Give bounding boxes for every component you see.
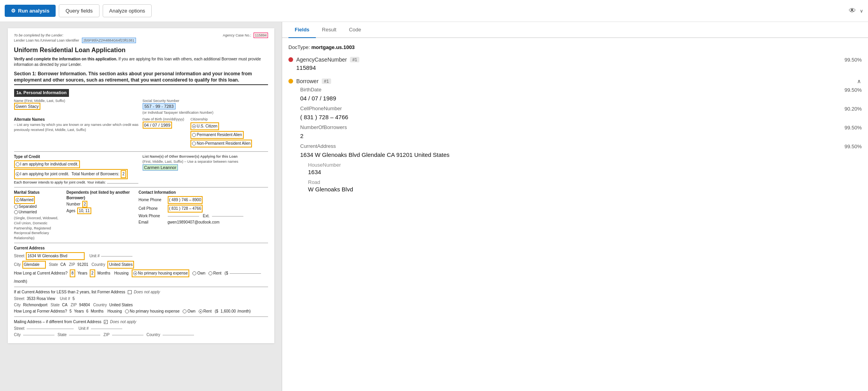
mailing-address-checkbox[interactable]: ✓ <box>104 320 108 324</box>
road-label: Road <box>308 179 862 185</box>
run-label: Run analysis <box>18 8 49 14</box>
borrower-expand-button[interactable]: ∧ <box>856 77 862 85</box>
subsection-1a: 1a. Personal Information <box>14 89 69 96</box>
run-icon: ⚙ <box>11 8 16 14</box>
agency-case-badge: #1 <box>350 57 359 62</box>
credit-radio-individual[interactable] <box>16 162 20 166</box>
doctype-value: mortgage.us.1003 <box>312 44 355 50</box>
sub-field-cell-phone: CellPhoneNumber 90.20% ( 831 ) 728 – 476… <box>296 105 862 120</box>
housing-radio-rent[interactable] <box>208 271 212 275</box>
marital-section: Marital Status Married Separated <box>14 190 268 240</box>
doctype-row: DocType: mortgage.us.1003 <box>288 44 862 50</box>
analyze-options-button[interactable]: Analyze options <box>103 4 152 17</box>
doc-divider-4 <box>14 287 268 287</box>
run-analysis-button[interactable]: ⚙ Run analysis <box>5 5 56 17</box>
road-value: W Glenoaks Blvd <box>308 186 862 193</box>
doc-title: Uniform Residential Loan Application <box>14 46 268 55</box>
former-housing-radio-own[interactable] <box>183 309 187 313</box>
section1-header: Section 1: Borrower Information. This se… <box>14 71 268 85</box>
current-address-value: 1634 W Glenoaks Blvd Glendale CA 91201 U… <box>300 151 862 158</box>
sub-field-num-borrowers: NumberOfBorrowers 99.50% 2 <box>296 124 862 139</box>
ssn-value: 557 - 99 - 7283 <box>143 103 176 109</box>
tab-result[interactable]: Result <box>316 22 343 38</box>
borrower-sub-fields: BirthDate 99.50% 04 / 07 / 1989 CellPhon… <box>288 87 862 193</box>
birthdate-value: 04 / 07 / 1989 <box>300 95 862 102</box>
doctype-label: DocType: <box>288 44 310 50</box>
former-address-section: If at Current Address for LESS than 2 ye… <box>14 289 268 314</box>
citizenship-radio-us[interactable] <box>192 124 196 128</box>
former-housing-radio-no-primary[interactable] <box>125 309 129 313</box>
main-content: To be completed by the Lender: Lender Lo… <box>0 22 868 391</box>
current-address-confidence: 99.50% <box>844 144 862 149</box>
former-address-checkbox[interactable] <box>128 290 132 294</box>
altnames-col: Alternate Names – List any names by whic… <box>14 117 140 132</box>
current-address-section: Current Address Street 1634 W Glenoaks B… <box>14 246 268 284</box>
tab-code[interactable]: Code <box>342 22 367 38</box>
agency-case-field-value: 115894 <box>296 64 862 71</box>
dependents-col: Dependents (not listed by another Borrow… <box>67 190 137 240</box>
dob-value: 04 / 07 / 1989 <box>143 122 172 129</box>
toolbar-icons: 👁 ∨ <box>849 7 863 15</box>
field-group-agency-case: AgencyCaseNumber #1 99.50% 115894 <box>288 56 862 71</box>
birthdate-confidence: 99.50% <box>844 87 862 93</box>
citizenship-col: Citizenship U.S. Citizen <box>190 117 252 147</box>
borrower-field-name: Borrower <box>296 78 319 84</box>
house-number-value: 1634 <box>308 169 862 175</box>
type-credit-label: Type of Credit <box>14 154 140 160</box>
cell-phone-value: ( 831 ) 728 – 4766 <box>300 114 862 120</box>
credit-borrowers-row: Type of Credit I am applying for individ… <box>14 154 268 185</box>
housing-radio-no-primary[interactable] <box>133 271 137 275</box>
marital-col: Marital Status Married Separated <box>14 190 65 240</box>
fields-panel: Fields Result Code DocType: mortgage.us.… <box>282 22 868 391</box>
joint-note: Each Borrower intends to apply for joint… <box>14 180 140 185</box>
marital-radio-unmarried[interactable] <box>14 210 18 214</box>
doc-verify: Verify and complete the information on t… <box>14 56 268 67</box>
contact-col: Contact Information Home Phone ( 489 ) 7… <box>139 190 268 240</box>
num-borrowers-value: 2 <box>300 133 862 139</box>
agency-case-header: Agency Case No.: 115894 <box>223 33 268 43</box>
housing-radio-own[interactable] <box>192 271 196 275</box>
name-col: Name (First, Middle, Last, Suffix) Gwen … <box>14 98 140 110</box>
num-borrowers-confidence: 99.50% <box>844 125 862 131</box>
fields-tabs: Fields Result Code <box>282 22 868 38</box>
doc-divider-1 <box>14 151 268 152</box>
mailing-address-section: Mailing Address – if different from Curr… <box>14 319 268 338</box>
lender-label: To be completed by the Lender: Lender Lo… <box>14 33 136 43</box>
lender-loan-value: 2b5F95fAZ2H4884G64f23fG381 <box>82 38 136 43</box>
borrower-dot <box>288 79 293 84</box>
sub-field-house-number: HouseNumber 1634 <box>304 162 862 175</box>
analyze-options-label: Analyze options <box>109 8 145 14</box>
marital-radio-separated[interactable] <box>14 205 18 209</box>
list-borrowers-col: List Name(s) of Other Borrower(s) Applyi… <box>143 154 268 171</box>
list-borrowers-value: Carmen Leannor <box>143 164 178 171</box>
alt-names-desc: – List any names by which you are known … <box>14 122 140 132</box>
ssn-col: Social Security Number 557 - 99 - 7283 (… <box>143 98 268 116</box>
cell-phone-confidence: 90.20% <box>844 106 862 112</box>
citizenship-radio-permanent[interactable] <box>192 133 196 137</box>
house-number-label: HouseNumber <box>308 162 862 168</box>
field-group-borrower: Borrower #1 ∧ BirthDate 99.50% 04 / 07 /… <box>288 77 862 193</box>
agency-case-dot <box>288 57 293 62</box>
chevron-down-icon[interactable]: ∨ <box>860 8 863 14</box>
query-fields-button[interactable]: Query fields <box>59 4 99 17</box>
credit-radio-joint[interactable] <box>16 172 20 176</box>
eye-icon[interactable]: 👁 <box>849 7 856 15</box>
doc-divider-5 <box>14 316 268 317</box>
document-container: To be completed by the Lender: Lender Lo… <box>8 28 274 343</box>
type-credit-col: Type of Credit I am applying for individ… <box>14 154 140 185</box>
sub-field-birthdate: BirthDate 99.50% 04 / 07 / 1989 <box>296 87 862 102</box>
citizenship-radio-non-permanent[interactable] <box>192 142 196 145</box>
current-address-label: CurrentAddress <box>300 143 336 149</box>
dob-citizenship-col: Date of Birth (mm/dd/yyyy) 04 / 07 / 198… <box>143 117 268 149</box>
agency-case-value: 115894 <box>254 33 268 38</box>
name-ssn-row: Name (First, Middle, Last, Suffix) Gwen … <box>14 98 268 116</box>
doc-header: To be completed by the Lender: Lender Lo… <box>14 33 268 43</box>
tab-fields[interactable]: Fields <box>288 22 316 38</box>
ssn-label: Social Security Number <box>143 98 268 104</box>
former-housing-radio-rent[interactable] <box>199 309 203 313</box>
name-value: Gwen Stacy <box>14 103 40 110</box>
sub-field-road: Road W Glenoaks Blvd <box>304 179 862 193</box>
marital-radio-married[interactable] <box>16 198 20 202</box>
toolbar: ⚙ Run analysis Query fields Analyze opti… <box>0 0 868 22</box>
query-fields-label: Query fields <box>65 8 92 14</box>
